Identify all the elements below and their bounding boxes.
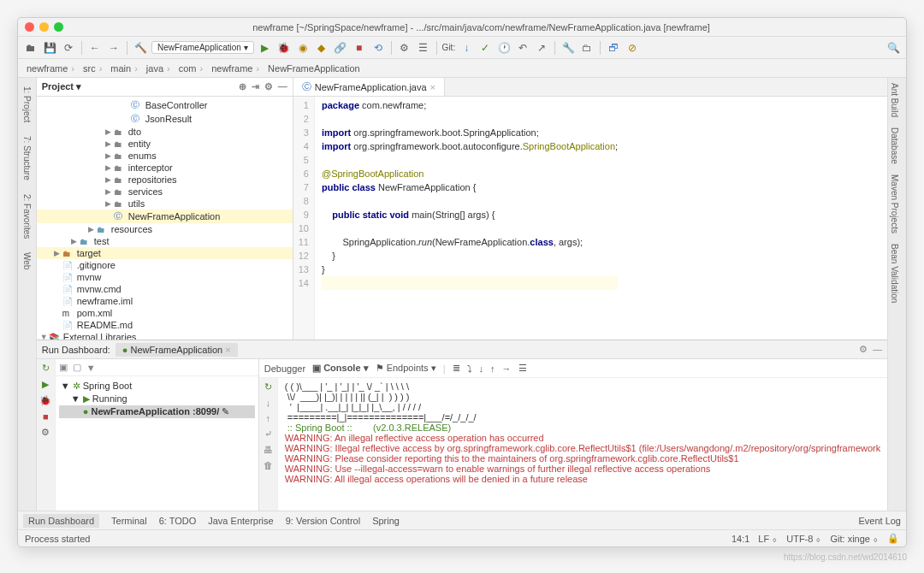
tool-ant[interactable]: Ant Build xyxy=(888,78,901,122)
forward-icon[interactable]: → xyxy=(106,40,121,56)
profile-icon[interactable]: ◆ xyxy=(314,40,329,56)
run-icon[interactable]: ▶ xyxy=(258,40,273,56)
target-icon[interactable]: ⊕ xyxy=(239,81,246,92)
vcs-commit-icon[interactable]: ✓ xyxy=(477,40,493,56)
stop-icon[interactable]: ■ xyxy=(352,40,367,56)
event-log[interactable]: Event Log xyxy=(858,516,901,526)
tree-item[interactable]: mpom.xml xyxy=(37,307,293,319)
tab-console[interactable]: ▣ Console ▾ xyxy=(312,363,369,374)
tree-item[interactable]: 📄mvnw.cmd xyxy=(37,283,293,295)
gear-icon[interactable]: ⚙ xyxy=(264,81,273,92)
run-to-icon[interactable]: → xyxy=(502,363,512,374)
lock-icon[interactable]: 🔒 xyxy=(887,533,899,544)
debug-icon[interactable]: 🐞 xyxy=(276,40,292,56)
step-into-icon[interactable]: ↓ xyxy=(479,363,484,374)
clear-icon[interactable]: 🗑 xyxy=(264,460,273,470)
structure-icon[interactable]: ☰ xyxy=(416,40,431,56)
hide-icon[interactable]: — xyxy=(873,344,882,355)
sync-icon[interactable]: ⟳ xyxy=(61,40,76,56)
gear-icon[interactable]: ⚙ xyxy=(859,344,868,355)
dashboard-tree[interactable]: ▼ ✲ Spring Boot ▼ ▶ Running ● NewFrameAp… xyxy=(56,376,258,511)
project-label[interactable]: Project ▾ xyxy=(42,81,81,92)
close-icon[interactable] xyxy=(25,22,34,32)
tree-item[interactable]: ⒸJsonResult xyxy=(37,112,293,126)
tree-item[interactable]: ▶🖿entity xyxy=(37,138,293,150)
coverage-icon[interactable]: ◉ xyxy=(295,40,311,56)
save-icon[interactable]: 💾 xyxy=(42,40,57,56)
bottom-tab[interactable]: Spring xyxy=(372,516,400,526)
misc-icon-4[interactable]: ⊘ xyxy=(625,40,640,56)
line-sep[interactable]: LF ⬨ xyxy=(758,534,778,544)
bottom-tab[interactable]: 9: Version Control xyxy=(286,516,360,526)
rerun-icon[interactable]: ↻ xyxy=(264,381,272,393)
tree-item[interactable]: ⒸBaseController xyxy=(37,98,293,112)
tool-database[interactable]: Database xyxy=(888,122,901,169)
hide-icon[interactable]: — xyxy=(278,81,287,92)
tree-item[interactable]: ▶🖿repositories xyxy=(37,174,293,186)
tree-item[interactable]: ⒸNewFrameApplication xyxy=(37,210,293,223)
tree-item[interactable]: 📄mvnw xyxy=(37,271,293,283)
bottom-tab[interactable]: Terminal xyxy=(111,516,147,526)
tree-item[interactable]: 📄newframe.iml xyxy=(37,295,293,307)
tree-item[interactable]: ▶🖿utils xyxy=(37,198,293,210)
collapse-icon[interactable]: ⇥ xyxy=(252,81,259,92)
tree-item[interactable]: 📄README.md xyxy=(37,319,293,331)
bottom-tab[interactable]: 6: TODO xyxy=(159,516,197,526)
attach-icon[interactable]: 🔗 xyxy=(333,40,348,56)
editor-tab[interactable]: Ⓒ NewFrameApplication.java × xyxy=(293,78,445,96)
misc-icon-1[interactable]: 🔧 xyxy=(560,40,576,56)
build-icon[interactable]: 🔨 xyxy=(133,40,148,56)
crumb[interactable]: newframe xyxy=(23,62,78,74)
bottom-tab[interactable]: Java Enterprise xyxy=(208,516,273,526)
encoding[interactable]: UTF-8 ⬨ xyxy=(786,534,821,544)
close-tab-icon[interactable]: × xyxy=(430,82,435,92)
tree-item[interactable]: ▶🖿resources xyxy=(37,223,293,235)
step-over-icon[interactable]: ⤵ xyxy=(467,363,472,374)
expand-icon[interactable]: ▣ xyxy=(59,362,68,373)
settings-icon[interactable]: ⚙ xyxy=(397,40,412,56)
tab-endpoints[interactable]: ⚑ Endpoints ▾ xyxy=(376,363,436,374)
project-tree[interactable]: ⒸBaseControllerⒸJsonResult▶🖿dto▶🖿entity▶… xyxy=(37,97,293,340)
back-icon[interactable]: ← xyxy=(87,40,103,56)
collapse-icon[interactable]: ▢ xyxy=(73,362,81,373)
crumb[interactable]: com xyxy=(175,62,206,74)
tree-item[interactable]: ▶🖿dto xyxy=(37,126,293,138)
tree-item[interactable]: ▶🖿services xyxy=(37,186,293,198)
reload-icon[interactable]: ⟲ xyxy=(370,40,386,56)
tool-structure[interactable]: 7: Structure xyxy=(21,133,33,184)
search-icon[interactable]: 🔍 xyxy=(886,40,901,56)
up-icon[interactable]: ↑ xyxy=(265,413,270,423)
tool-web[interactable]: Web xyxy=(21,249,33,273)
bottom-tab[interactable]: Run Dashboard xyxy=(23,514,99,528)
stop-icon[interactable]: ■ xyxy=(43,411,49,422)
tab-debugger[interactable]: Debugger xyxy=(264,363,305,374)
tree-item[interactable]: 📄.gitignore xyxy=(37,259,293,271)
crumb[interactable]: NewFrameApplication xyxy=(264,62,367,74)
crumb[interactable]: newframe xyxy=(208,62,263,74)
rerun-icon[interactable]: ↻ xyxy=(42,363,50,374)
tool-project[interactable]: 1: Project xyxy=(21,83,33,126)
tree-item[interactable]: ▶🖿test xyxy=(37,235,293,247)
misc-icon-2[interactable]: 🗀 xyxy=(579,40,595,56)
code-lines[interactable]: package com.newframe;import org.springfr… xyxy=(315,97,625,340)
wrap-icon[interactable]: ⤶ xyxy=(264,428,272,440)
down-icon[interactable]: ↓ xyxy=(265,398,270,408)
step-out-icon[interactable]: ↑ xyxy=(490,363,495,374)
tool-maven[interactable]: Maven Projects xyxy=(888,169,901,239)
tree-item[interactable]: ▶🖿enums xyxy=(37,150,293,162)
dashboard-tab[interactable]: ● NewFrameApplication × xyxy=(116,343,238,357)
debug-icon[interactable]: 🐞 xyxy=(39,395,51,406)
vcs-update-icon[interactable]: ↓ xyxy=(459,40,474,56)
vcs-revert-icon[interactable]: ↶ xyxy=(515,40,530,56)
console-output[interactable]: ( ( )\___ | '_ | '_| | '_ \/ _` | \ \ \ … xyxy=(278,378,888,511)
vcs-history-icon[interactable]: 🕐 xyxy=(496,40,512,56)
step-icon[interactable]: ≣ xyxy=(453,363,460,374)
open-icon[interactable]: 🖿 xyxy=(23,40,38,56)
crumb[interactable]: main xyxy=(107,62,141,74)
tree-item[interactable]: ▼📚External Libraries xyxy=(37,331,293,340)
print-icon[interactable]: 🖶 xyxy=(264,445,273,455)
tool-favorites[interactable]: 2: Favorites xyxy=(21,191,33,242)
zoom-icon[interactable] xyxy=(54,22,63,32)
tree-item[interactable]: ▶🖿target xyxy=(37,247,293,259)
caret-pos[interactable]: 14:1 xyxy=(732,534,749,544)
